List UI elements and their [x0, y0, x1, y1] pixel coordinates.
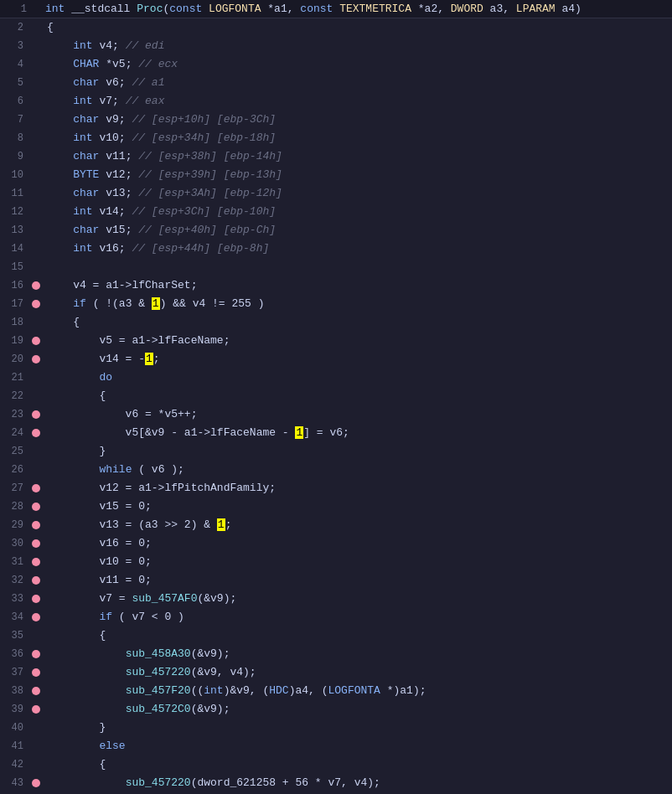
code-line: 21 do: [0, 369, 672, 387]
code-line: 7 char v9; // [esp+10h] [ebp-3Ch]: [0, 111, 672, 129]
code-line-breakpoint: 36 sub_458A30(&v9);: [0, 645, 672, 663]
code-line: 6 int v7; // eax: [0, 92, 672, 111]
header-line: 1 int __stdcall Proc(const LOGFONTA *a1,…: [0, 0, 672, 18]
code-line-breakpoint: 27 v12 = a1->lfPitchAndFamily;: [0, 479, 672, 498]
code-line: 26 while ( v6 );: [0, 461, 672, 479]
breakpoint-dot: [32, 668, 40, 677]
code-line: 18 {: [0, 313, 672, 332]
code-line-breakpoint: 34 if ( v7 < 0 ): [0, 608, 672, 626]
breakpoint-dot: [32, 281, 40, 290]
code-line-breakpoint: 20 v14 = -1;: [0, 350, 672, 369]
code-line-breakpoint: 28 v15 = 0;: [0, 498, 672, 516]
code-line-breakpoint: 32 v11 = 0;: [0, 571, 672, 590]
breakpoint-dot: [32, 521, 40, 529]
code-line: 40 }: [0, 719, 672, 737]
code-line-breakpoint: 39 sub_4572C0(&v9);: [0, 700, 672, 719]
code-line: 4 CHAR *v5; // ecx: [0, 55, 672, 74]
code-line-breakpoint: 33 v7 = sub_457AF0(&v9);: [0, 590, 672, 608]
code-line: 8 int v10; // [esp+34h] [ebp-18h]: [0, 129, 672, 147]
breakpoint-dot: [32, 410, 40, 419]
code-line: 9 char v11; // [esp+38h] [ebp-14h]: [0, 147, 672, 166]
code-line-breakpoint: 38 sub_457F20((int)&v9, (HDC)a4, (LOGFON…: [0, 682, 672, 700]
code-line: 11 char v13; // [esp+3Ah] [ebp-12h]: [0, 184, 672, 203]
breakpoint-dot: [32, 429, 40, 437]
line-number-header: 1: [3, 3, 34, 15]
breakpoint-dot: [32, 355, 40, 363]
breakpoint-dot: [32, 337, 40, 345]
code-line: 25 }: [0, 442, 672, 461]
code-container: 1 int __stdcall Proc(const LOGFONTA *a1,…: [0, 0, 672, 794]
code-line: 15: [0, 258, 672, 276]
breakpoint-dot: [32, 484, 40, 492]
code-line: 41 else: [0, 737, 672, 755]
breakpoint-dot: [32, 779, 40, 787]
code-line-breakpoint: 17 if ( !(a3 & 1) && v4 != 255 ): [0, 295, 672, 313]
breakpoint-dot: [32, 558, 40, 566]
header-text: int __stdcall Proc(const LOGFONTA *a1, c…: [45, 3, 582, 15]
code-line-breakpoint: 43 sub_457220(dword_621258 + 56 * v7, v4…: [0, 774, 672, 792]
code-line: 22 {: [0, 387, 672, 405]
breakpoint-dot: [32, 705, 40, 714]
breakpoint-dot: [32, 539, 40, 548]
code-line: 3 int v4; // edi: [0, 37, 672, 55]
code-line-breakpoint: 37 sub_457220(&v9, v4);: [0, 663, 672, 682]
code-line-breakpoint: 29 v13 = (a3 >> 2) & 1;: [0, 516, 672, 534]
breakpoint-dot: [32, 503, 40, 511]
breakpoint-dot: [32, 650, 40, 658]
breakpoint-dot: [32, 687, 40, 695]
code-line-breakpoint: 23 v6 = *v5++;: [0, 405, 672, 424]
code-line: 35 {: [0, 626, 672, 645]
code-line: 12 int v14; // [esp+3Ch] [ebp-10h]: [0, 203, 672, 221]
code-line: 42 {: [0, 755, 672, 774]
code-line-breakpoint: 30 v16 = 0;: [0, 534, 672, 553]
breakpoint-dot: [32, 595, 40, 603]
code-line-breakpoint: 16 v4 = a1->lfCharSet;: [0, 276, 672, 295]
code-line: 5 char v6; // a1: [0, 74, 672, 92]
breakpoint-dot: [32, 300, 40, 308]
code-line: 14 int v16; // [esp+44h] [ebp-8h]: [0, 240, 672, 258]
code-line: 13 char v15; // [esp+40h] [ebp-Ch]: [0, 221, 672, 240]
code-line-breakpoint: 31 v10 = 0;: [0, 553, 672, 571]
breakpoint-dot: [32, 613, 40, 621]
code-line-breakpoint: 19 v5 = a1->lfFaceName;: [0, 332, 672, 350]
code-line-breakpoint: 24 v5[&v9 - a1->lfFaceName - 1] = v6;: [0, 424, 672, 442]
code-line: 2 {: [0, 18, 672, 37]
code-line: 10 BYTE v12; // [esp+39h] [ebp-13h]: [0, 166, 672, 184]
breakpoint-dot: [32, 576, 40, 585]
